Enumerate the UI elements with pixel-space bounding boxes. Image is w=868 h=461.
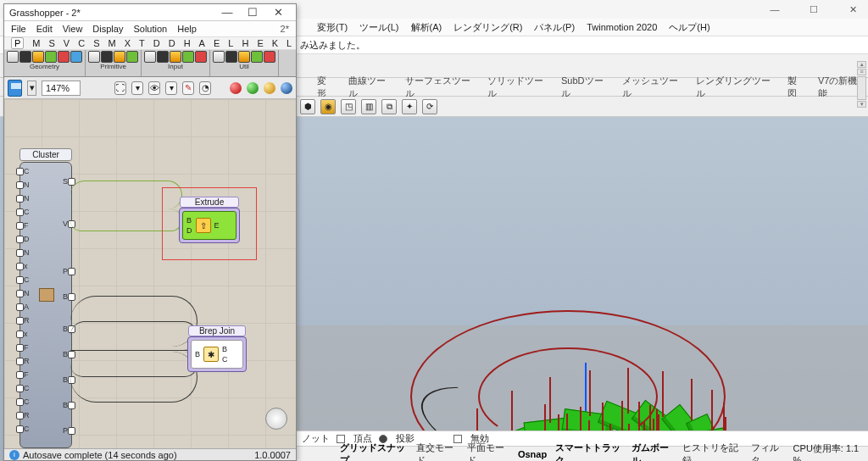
category-tab[interactable]: H	[184, 38, 191, 48]
wireframe-icon[interactable]: ▾	[165, 81, 177, 95]
tab[interactable]: 製図	[787, 75, 804, 100]
category-tab[interactable]: E	[214, 38, 220, 48]
input-port[interactable]	[16, 317, 24, 325]
input-port[interactable]	[16, 371, 24, 379]
gh-menubar[interactable]: File Edit View Display Solution Help 2*	[4, 21, 296, 36]
input-port[interactable]	[16, 168, 24, 175]
gh-titlebar[interactable]: Grasshopper - 2* — ☐ ✕	[4, 4, 296, 21]
component-icon[interactable]	[70, 51, 82, 63]
category-tab[interactable]: D	[153, 38, 160, 48]
menu-item[interactable]: ツール(L)	[359, 21, 398, 34]
input-port[interactable]	[16, 330, 24, 338]
input-port[interactable]	[16, 195, 24, 203]
status-toggle[interactable]: ガムボール	[632, 442, 674, 462]
input-port[interactable]	[16, 263, 24, 270]
rhino-status-bar[interactable]: グリッドスナップ 直交モード 平面モード Osnap スマートトラック ガムボー…	[297, 446, 868, 461]
status-toggle[interactable]: グリッドスナップ	[340, 442, 408, 462]
output-port[interactable]	[68, 268, 75, 275]
port-label[interactable]: B	[195, 350, 200, 358]
input-port[interactable]	[16, 358, 24, 365]
menu-item[interactable]: レンダリング(R)	[453, 21, 522, 34]
status-toggle[interactable]: 平面モード	[467, 442, 509, 462]
maximize-icon[interactable]: ☐	[240, 6, 265, 19]
gh-canvas-toolbar[interactable]: ▾ 147% ⛶ ▾ ▾ ◔	[4, 77, 296, 99]
input-port[interactable]	[16, 425, 24, 433]
component-icon[interactable]	[19, 51, 31, 63]
category-tab[interactable]: A	[199, 38, 205, 48]
close-icon[interactable]: ✕	[841, 2, 865, 17]
input-port[interactable]	[16, 344, 24, 352]
input-port[interactable]	[16, 236, 24, 243]
input-port[interactable]	[16, 181, 24, 189]
rhino-side-scroll[interactable]: ▴≡▾	[857, 61, 866, 108]
input-port[interactable]	[16, 249, 24, 257]
tab[interactable]: 変形	[317, 75, 334, 100]
component-icon[interactable]	[126, 51, 138, 63]
tool-icon[interactable]: ✦	[402, 99, 417, 114]
dropdown-icon[interactable]: ▾	[27, 81, 36, 96]
input-port[interactable]	[16, 412, 24, 419]
component-icon[interactable]	[88, 51, 100, 63]
shade-blue-icon[interactable]	[281, 82, 292, 94]
output-port[interactable]	[68, 427, 75, 435]
status-toggle[interactable]: 直交モード	[416, 442, 459, 462]
tool-icon[interactable]: ⟳	[422, 99, 437, 114]
close-icon[interactable]: ✕	[265, 6, 291, 19]
component-category[interactable]: Util	[210, 50, 279, 76]
component-icon[interactable]	[45, 51, 57, 63]
tab[interactable]: メッシュツール	[622, 75, 682, 100]
component-icon[interactable]	[101, 51, 113, 63]
component-icon[interactable]	[225, 51, 237, 63]
preview-icon[interactable]	[148, 81, 160, 95]
status-toggle[interactable]: フィルタ	[751, 442, 785, 462]
input-port[interactable]	[16, 385, 24, 392]
shade-yellow-icon[interactable]	[264, 82, 275, 94]
menu-item[interactable]: Edit	[36, 24, 53, 34]
input-port[interactable]	[16, 290, 24, 297]
tool-icon[interactable]: ◳	[341, 99, 356, 114]
menu-item[interactable]: View	[63, 24, 83, 34]
component-icon[interactable]	[58, 51, 70, 63]
grasshopper-window[interactable]: Grasshopper - 2* — ☐ ✕ File Edit View Di…	[3, 3, 297, 461]
port-label[interactable]: E	[214, 221, 220, 230]
component-category[interactable]: Geometry	[4, 50, 86, 76]
category-tab[interactable]: V	[64, 38, 70, 48]
category-tab[interactable]: T	[139, 38, 145, 48]
category-tab[interactable]: X	[125, 38, 131, 48]
input-port[interactable]	[16, 222, 24, 230]
component-icon[interactable]	[157, 51, 169, 63]
menu-item[interactable]: Display	[92, 24, 123, 34]
zoom-input[interactable]: 147%	[42, 81, 81, 96]
input-port[interactable]	[16, 303, 24, 311]
component-icon[interactable]	[114, 51, 125, 63]
canvas-compass-icon[interactable]	[265, 408, 287, 430]
minimize-icon[interactable]: —	[214, 6, 240, 19]
category-tab[interactable]: D	[169, 38, 175, 48]
component-icon[interactable]	[264, 51, 275, 63]
component-category[interactable]: Input	[142, 50, 210, 76]
port-label[interactable]: B	[222, 345, 228, 353]
gh-component-shelf[interactable]: GeometryPrimitiveInputUtil	[4, 50, 296, 77]
cluster-component[interactable]: CNNCFDNxCNARxFRFCCRCSVPBBBBBP	[19, 162, 72, 448]
output-port[interactable]	[68, 293, 75, 301]
component-icon[interactable]	[144, 51, 156, 63]
port-label[interactable]: B	[186, 216, 192, 225]
category-tab[interactable]: K	[272, 38, 278, 48]
component-category[interactable]: Primitive	[86, 50, 142, 76]
category-tab[interactable]: H	[242, 38, 248, 48]
shade-red-icon[interactable]	[230, 82, 242, 94]
category-tab[interactable]: S	[49, 38, 55, 48]
category-tab[interactable]: P	[11, 37, 24, 49]
menu-item[interactable]: ヘルプ(H)	[669, 21, 709, 34]
maximize-icon[interactable]: ☐	[802, 2, 826, 17]
minimize-icon[interactable]: —	[763, 2, 787, 17]
tab[interactable]: 曲線ツール	[348, 75, 392, 100]
category-tab[interactable]: M	[32, 38, 40, 48]
tab[interactable]: SubDツール	[561, 75, 609, 100]
tab[interactable]: サーフェスツール	[405, 75, 474, 100]
port-label[interactable]: D	[186, 226, 192, 235]
named-view-icon[interactable]: ▾	[131, 81, 143, 95]
menu-item[interactable]: Solution	[133, 24, 167, 34]
component-icon[interactable]	[182, 51, 194, 63]
component-icon[interactable]	[251, 51, 263, 63]
